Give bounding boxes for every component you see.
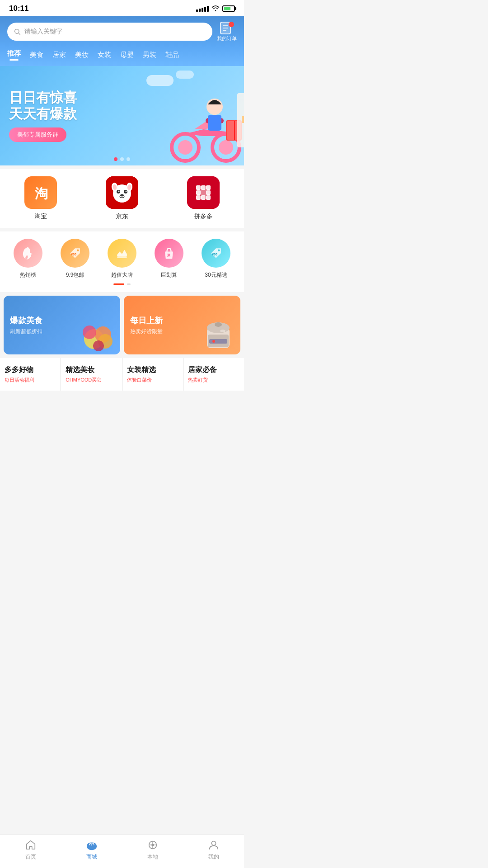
svg-text:¥30: ¥30 xyxy=(212,252,217,256)
svg-point-41 xyxy=(77,249,79,251)
category-brand-label: 超值大牌 xyxy=(111,271,133,279)
nav-tab-shoes[interactable]: 鞋品 xyxy=(165,51,179,59)
99-icon: ¥30 xyxy=(61,239,89,268)
my-order-button[interactable]: 我的订单 xyxy=(217,21,237,42)
category-30[interactable]: ¥30 30元精选 xyxy=(196,239,236,279)
svg-point-26 xyxy=(120,194,124,197)
search-bar[interactable]: 请输入关键字 xyxy=(7,23,212,41)
svg-point-24 xyxy=(118,191,120,192)
svg-point-45 xyxy=(218,249,220,251)
svg-rect-56 xyxy=(209,339,227,344)
order-label: 我的订单 xyxy=(217,35,237,42)
category-deal-label: 巨划算 xyxy=(161,271,177,279)
banner[interactable]: 日日有惊喜 天天有爆款 美邻专属服务群 xyxy=(0,66,244,165)
30-icon: ¥30 xyxy=(202,239,230,268)
svg-point-3 xyxy=(229,22,234,27)
nav-tab-men[interactable]: 男装 xyxy=(143,51,156,59)
svg-rect-39 xyxy=(206,195,211,200)
banner-title2: 天天有爆款 xyxy=(9,106,77,122)
jd-label: 京东 xyxy=(116,212,128,221)
svg-text:聚: 聚 xyxy=(167,253,171,257)
category-brand[interactable]: 超值大牌 xyxy=(102,239,142,279)
banner-button[interactable]: 美邻专属服务群 xyxy=(9,127,66,142)
cat-dot-2 xyxy=(127,283,131,285)
cat-block-duoduo[interactable]: 多多好物 每日活动福利 xyxy=(0,358,61,391)
svg-point-8 xyxy=(178,140,192,155)
svg-line-1 xyxy=(19,33,20,35)
taobao-icon: 淘 xyxy=(24,176,57,209)
signal-icon xyxy=(196,6,209,12)
cat-block-sub-0: 每日活动福利 xyxy=(5,377,56,383)
banner-image xyxy=(149,75,244,165)
cat-block-sub-1: OHMYGOD买它 xyxy=(66,377,117,383)
header: 请输入关键字 我的订单 推荐 美食 xyxy=(0,16,244,66)
platform-pdd[interactable]: 拼多多 xyxy=(187,176,220,221)
category-deal[interactable]: 聚 巨划算 xyxy=(149,239,189,279)
promo-daily[interactable]: 每日上新 热卖好货限量 xyxy=(124,296,240,354)
svg-rect-40 xyxy=(200,189,206,196)
promo-food[interactable]: 爆款美食 刷新超低折扣 xyxy=(4,296,120,354)
svg-point-51 xyxy=(93,340,104,351)
pdd-label: 拼多多 xyxy=(194,212,213,221)
svg-rect-36 xyxy=(206,190,211,195)
deal-icon: 聚 xyxy=(155,239,183,268)
svg-rect-33 xyxy=(201,185,206,190)
taobao-label: 淘宝 xyxy=(34,212,47,221)
category-section: 热销榜 ¥30 9.9包邮 xyxy=(0,231,244,292)
svg-rect-43 xyxy=(117,256,127,258)
banner-dot-3 xyxy=(127,157,130,161)
wifi-icon xyxy=(211,5,220,13)
cat-block-title-2: 女装精选 xyxy=(127,365,178,375)
svg-point-0 xyxy=(15,29,19,33)
platform-section: 淘 淘宝 xyxy=(0,169,244,228)
cat-block-home[interactable]: 居家必备 热卖好货 xyxy=(183,358,244,391)
search-icon xyxy=(14,28,21,35)
category-indicator xyxy=(5,283,239,285)
status-bar: 10:11 xyxy=(0,0,244,16)
cat-block-beauty[interactable]: 精选美妆 OHMYGOD买它 xyxy=(61,358,122,391)
nav-tab-home[interactable]: 居家 xyxy=(52,51,66,59)
svg-rect-34 xyxy=(206,185,211,190)
category-hot[interactable]: 热销榜 xyxy=(8,239,48,279)
category-row: 热销榜 ¥30 9.9包邮 xyxy=(5,239,239,279)
svg-text:淘: 淘 xyxy=(35,186,48,201)
nav-tab-baby[interactable]: 母婴 xyxy=(120,51,134,59)
svg-rect-18 xyxy=(242,116,244,123)
nav-tab-women[interactable]: 女装 xyxy=(98,51,111,59)
svg-point-55 xyxy=(215,322,222,327)
svg-point-49 xyxy=(83,326,96,339)
banner-dot-2 xyxy=(120,157,124,161)
cat-block-women[interactable]: 女装精选 体验白菜价 xyxy=(122,358,183,391)
platform-jd[interactable]: 京东 xyxy=(106,176,138,221)
jd-icon xyxy=(106,176,138,209)
svg-point-58 xyxy=(220,330,225,332)
status-icons xyxy=(196,5,235,13)
svg-rect-35 xyxy=(196,190,201,195)
banner-text: 日日有惊喜 天天有爆款 美邻专属服务群 xyxy=(0,80,86,151)
battery-icon xyxy=(222,5,235,12)
order-icon xyxy=(219,21,235,34)
svg-rect-32 xyxy=(196,185,201,190)
promo-section: 爆款美食 刷新超低折扣 每日上新 热卖好货限量 xyxy=(0,296,244,354)
banner-title1: 日日有惊喜 xyxy=(9,90,77,106)
svg-rect-13 xyxy=(208,115,221,131)
nav-tab-food[interactable]: 美食 xyxy=(30,51,43,59)
brand-icon xyxy=(108,239,136,268)
svg-rect-37 xyxy=(196,195,201,200)
svg-text:¥30: ¥30 xyxy=(71,252,76,256)
nav-tab-beauty[interactable]: 美妆 xyxy=(75,51,89,59)
status-time: 10:11 xyxy=(9,4,28,13)
cat-block-sub-3: 热卖好货 xyxy=(188,377,239,383)
category-99[interactable]: ¥30 9.9包邮 xyxy=(55,239,95,279)
category-99-label: 9.9包邮 xyxy=(66,271,84,279)
nav-tab-recommend[interactable]: 推荐 xyxy=(7,49,21,61)
nav-tab-underline xyxy=(9,59,19,61)
pdd-icon xyxy=(187,176,220,209)
hot-icon xyxy=(14,239,42,268)
cat-block-title-0: 多多好物 xyxy=(5,365,56,375)
platform-taobao[interactable]: 淘 淘宝 xyxy=(24,176,57,221)
banner-dot-1 xyxy=(114,157,117,161)
cat-block-title-3: 居家必备 xyxy=(188,365,239,375)
banner-pagination xyxy=(114,157,130,161)
cat-dot-active xyxy=(113,283,124,285)
